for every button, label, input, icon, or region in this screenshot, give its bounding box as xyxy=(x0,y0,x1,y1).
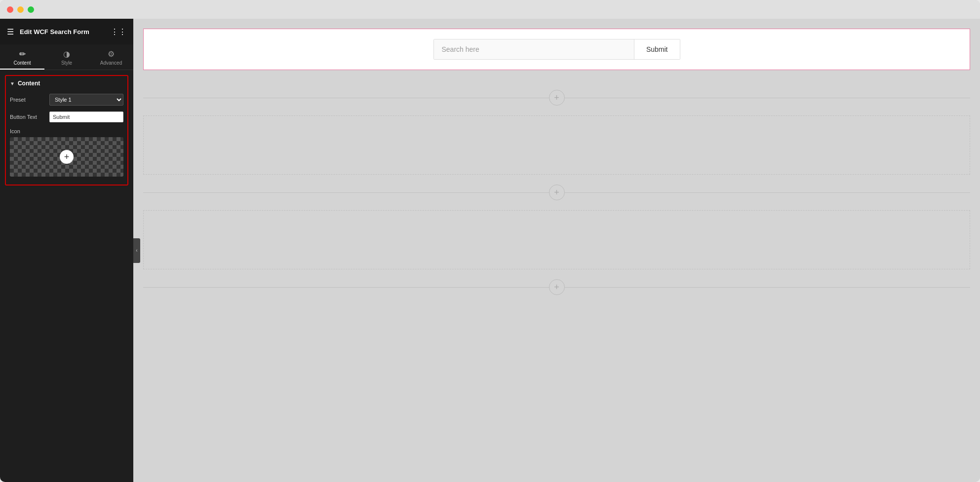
search-placeholder-text: Search here xyxy=(434,39,634,59)
section-collapse-arrow[interactable]: ▼ xyxy=(10,81,15,86)
preset-control: Style 1 xyxy=(49,94,123,106)
add-section-button-2[interactable]: + xyxy=(549,185,565,200)
empty-section-2 xyxy=(143,210,970,269)
content-tab-label: Content xyxy=(13,60,31,66)
add-section-row-3: + xyxy=(133,269,980,305)
titlebar xyxy=(0,0,980,19)
sidebar-title: Edit WCF Search Form xyxy=(20,28,89,36)
advanced-tab-label: Advanced xyxy=(100,60,122,66)
add-section-button-1[interactable]: + xyxy=(549,90,565,106)
section-title: Content xyxy=(18,80,40,87)
traffic-lights xyxy=(7,6,34,13)
sidebar-panel: ▼ Content Preset Style 1 xyxy=(0,70,133,482)
button-text-control xyxy=(49,111,123,122)
sidebar-header-left: ☰ Edit WCF Search Form xyxy=(7,27,89,37)
icon-add-button[interactable]: + xyxy=(60,150,74,164)
add-icon-3: + xyxy=(554,282,559,293)
add-icon-1: + xyxy=(554,93,559,103)
window-content: ☰ Edit WCF Search Form ⋮⋮ ✏ Content ◑ St… xyxy=(0,19,980,482)
content-section: ▼ Content Preset Style 1 xyxy=(5,75,128,185)
icon-placeholder[interactable]: + xyxy=(10,137,123,177)
section-header: ▼ Content xyxy=(10,80,123,87)
add-section-row-1: + xyxy=(133,80,980,115)
tab-advanced[interactable]: ⚙ Advanced xyxy=(89,44,133,70)
add-icon-2: + xyxy=(554,187,559,198)
collapse-icon: ‹ xyxy=(136,248,137,253)
preset-label: Preset xyxy=(10,97,49,103)
sidebar: ☰ Edit WCF Search Form ⋮⋮ ✏ Content ◑ St… xyxy=(0,19,133,482)
tab-content[interactable]: ✏ Content xyxy=(0,44,44,70)
preset-field-row: Preset Style 1 xyxy=(10,94,123,106)
search-form-inner: Search here Submit xyxy=(433,39,680,60)
main-canvas: Search here Submit + + xyxy=(133,19,980,482)
window: ☰ Edit WCF Search Form ⋮⋮ ✏ Content ◑ St… xyxy=(0,0,980,482)
button-text-input[interactable] xyxy=(49,111,123,122)
add-section-row-2: + xyxy=(133,175,980,210)
icon-label: Icon xyxy=(10,128,123,134)
preset-select[interactable]: Style 1 xyxy=(49,94,123,106)
grid-icon[interactable]: ⋮⋮ xyxy=(111,27,126,37)
sidebar-header: ☰ Edit WCF Search Form ⋮⋮ xyxy=(0,19,133,44)
tab-style[interactable]: ◑ Style xyxy=(44,44,89,70)
empty-section-1 xyxy=(143,115,970,175)
advanced-tab-icon: ⚙ xyxy=(108,49,115,59)
maximize-button[interactable] xyxy=(28,6,34,13)
icon-field-row: Icon + xyxy=(10,128,123,177)
content-tab-icon: ✏ xyxy=(19,49,26,59)
sidebar-tabs: ✏ Content ◑ Style ⚙ Advanced xyxy=(0,44,133,70)
add-section-button-3[interactable]: + xyxy=(549,279,565,295)
minimize-button[interactable] xyxy=(17,6,24,13)
button-text-label: Button Text xyxy=(10,114,49,120)
close-button[interactable] xyxy=(7,6,13,13)
search-form-section: Search here Submit xyxy=(143,29,970,70)
button-text-field-row: Button Text xyxy=(10,111,123,122)
search-submit-button[interactable]: Submit xyxy=(634,39,680,59)
style-tab-label: Style xyxy=(61,60,72,66)
hamburger-icon[interactable]: ☰ xyxy=(7,27,14,37)
sidebar-collapse-handle[interactable]: ‹ xyxy=(133,238,140,263)
style-tab-icon: ◑ xyxy=(63,49,70,59)
